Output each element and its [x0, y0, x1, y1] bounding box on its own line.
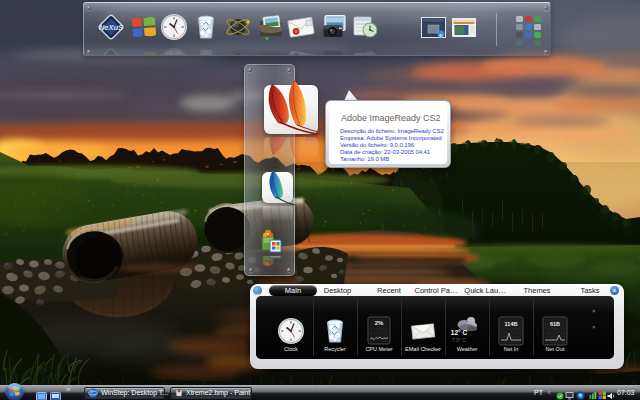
svg-text:2%: 2%	[375, 320, 384, 326]
svg-text:114B: 114B	[505, 321, 518, 327]
svg-text:61B: 61B	[550, 321, 560, 327]
svg-text:NeXuS: NeXuS	[99, 23, 123, 32]
